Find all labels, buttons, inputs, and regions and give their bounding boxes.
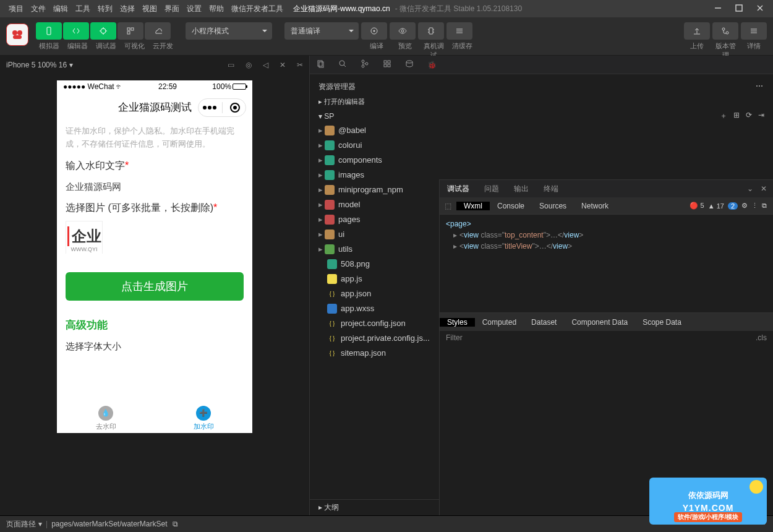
menu-settings[interactable]: 设置 xyxy=(183,4,205,14)
svg-rect-21 xyxy=(384,61,386,63)
menu-help[interactable]: 帮助 xyxy=(205,4,228,14)
record-icon[interactable]: ◎ xyxy=(246,61,252,69)
cloud-button[interactable] xyxy=(145,22,171,40)
menu-wxdevtools[interactable]: 微信开发者工具 xyxy=(228,4,287,14)
tab-output[interactable]: 输出 xyxy=(506,184,536,194)
menu-edit[interactable]: 编辑 xyxy=(49,4,72,14)
tab-add-watermark[interactable]: ➕加水印 xyxy=(155,403,252,433)
svg-point-2 xyxy=(17,30,22,35)
search-icon[interactable] xyxy=(338,59,347,70)
phone-simulator: ●●●●● WeChat ᯤ 22:59 100% 企业猫源码测试 证件加水印，… xyxy=(57,80,252,433)
svg-point-17 xyxy=(340,61,344,66)
svg-rect-7 xyxy=(131,28,134,30)
svg-point-19 xyxy=(362,65,364,67)
preview-button[interactable] xyxy=(390,22,416,40)
toolbar: 模拟器 编辑器 调试器 可视化 云开发 小程序模式 普通编译 编译 预览 真机调… xyxy=(0,17,773,56)
svg-rect-0 xyxy=(736,5,742,11)
mute-icon[interactable]: ✕ xyxy=(280,61,286,69)
mode-select[interactable]: 小程序模式 xyxy=(186,22,272,40)
nav-title: 企业猫源码测试 xyxy=(118,100,192,114)
menu-project[interactable]: 项目 xyxy=(5,4,27,14)
device-icon[interactable]: ▭ xyxy=(228,61,234,69)
compile-button[interactable] xyxy=(361,22,387,40)
minimize-icon[interactable] xyxy=(714,4,722,14)
devtab-wxml[interactable]: Wxml xyxy=(456,202,490,210)
extension-icon[interactable] xyxy=(383,59,391,70)
close-panel-icon[interactable]: ✕ xyxy=(761,184,767,193)
debugger-button[interactable] xyxy=(90,22,116,40)
tab-problems[interactable]: 问题 xyxy=(477,184,506,194)
title-bar: 项目 文件 编辑 工具 转到 选择 视图 界面 设置 帮助 微信开发者工具 企业… xyxy=(0,0,773,17)
tab-debugger[interactable]: 调试器 xyxy=(440,184,477,194)
tab-terminal[interactable]: 终端 xyxy=(536,184,566,194)
styletab-styles[interactable]: Styles xyxy=(440,318,475,327)
capsule-menu[interactable] xyxy=(198,98,246,117)
copy-path-icon[interactable]: ⧉ xyxy=(173,520,178,528)
editor-button[interactable] xyxy=(63,22,89,40)
tab-remove-watermark[interactable]: 💧去水印 xyxy=(57,403,155,433)
styletab-dataset[interactable]: Dataset xyxy=(524,318,564,327)
menu-view[interactable]: 视图 xyxy=(139,4,161,14)
page-route[interactable]: pages/waterMarkSet/waterMarkSet xyxy=(51,520,167,528)
styletab-compdata[interactable]: Component Data xyxy=(564,318,635,327)
error-badge[interactable]: 🔴 5 xyxy=(690,202,704,210)
git-icon[interactable] xyxy=(361,59,369,70)
collapse-panel-icon[interactable]: ⌄ xyxy=(747,184,753,193)
inspect-icon[interactable]: ⬚ xyxy=(440,202,456,210)
menu-select[interactable]: 选择 xyxy=(116,4,139,14)
menu-file[interactable]: 文件 xyxy=(27,4,49,14)
details-button[interactable] xyxy=(741,22,767,40)
folder-@babel[interactable]: ▸@babel xyxy=(310,123,773,138)
devtools-more-icon[interactable]: ⋮ xyxy=(751,202,758,210)
collapse-icon[interactable]: ⇥ xyxy=(758,111,764,121)
open-editors-section[interactable]: ▸ 打开的编辑器 xyxy=(310,95,773,109)
styletab-computed[interactable]: Computed xyxy=(475,318,524,327)
maximize-icon[interactable] xyxy=(735,4,743,14)
cut-icon[interactable]: ✂ xyxy=(297,61,303,69)
remote-debug-button[interactable] xyxy=(418,22,444,40)
warning-badge[interactable]: ▲ 17 xyxy=(708,202,724,210)
close-icon[interactable] xyxy=(756,4,764,14)
visual-button[interactable] xyxy=(117,22,143,40)
version-button[interactable] xyxy=(712,22,738,40)
project-title: 企业猫源码网-www.qymao.cn xyxy=(293,4,390,14)
devtools-settings-icon[interactable]: ⚙ xyxy=(741,202,748,210)
label-simulator: 模拟器 xyxy=(36,41,62,51)
share-icon[interactable]: ◁ xyxy=(263,61,268,69)
explorer-title: 资源管理器 xyxy=(318,82,356,91)
generate-button[interactable]: 点击生成图片 xyxy=(66,272,244,301)
info-badge[interactable]: 2 xyxy=(728,202,738,210)
watermark-overlay: 依依源码网 Y1YM.COM 软件/游戏/小程序/模块 xyxy=(649,478,767,525)
explorer-more-icon[interactable]: ⋯ xyxy=(756,82,764,90)
clear-cache-button[interactable] xyxy=(446,22,472,40)
cls-toggle[interactable]: .cls xyxy=(756,333,767,342)
styles-filter-input[interactable]: Filter xyxy=(446,333,463,342)
files-icon[interactable] xyxy=(316,59,325,70)
new-folder-icon[interactable]: ⊞ xyxy=(733,111,740,121)
folder-colorui[interactable]: ▸colorui xyxy=(310,138,773,153)
watermark-value[interactable]: 企业猫源码网 xyxy=(66,181,244,193)
upload-button[interactable] xyxy=(684,22,710,40)
menu-interface[interactable]: 界面 xyxy=(161,4,183,14)
plugin-icon[interactable]: 🐞 xyxy=(427,61,437,69)
devtab-network[interactable]: Network xyxy=(574,202,616,210)
menu-tools[interactable]: 工具 xyxy=(72,4,94,14)
project-root[interactable]: ▾ SP ＋ ⊞ ⟳ ⇥ xyxy=(310,109,773,123)
devtab-sources[interactable]: Sources xyxy=(532,202,574,210)
simulator-device-info[interactable]: iPhone 5 100% 16 xyxy=(6,61,67,69)
menu-go[interactable]: 转到 xyxy=(94,4,116,14)
dock-icon[interactable]: ⧉ xyxy=(762,202,767,210)
svg-rect-4 xyxy=(47,27,51,35)
styletab-scopedata[interactable]: Scope Data xyxy=(635,318,689,327)
watermark-label: 输入水印文字* xyxy=(66,160,244,173)
compile-select[interactable]: 普通编译 xyxy=(284,22,359,40)
new-file-icon[interactable]: ＋ xyxy=(720,111,727,121)
image-thumb[interactable]: 企业 WWW.QYI xyxy=(66,221,103,254)
simulator-button[interactable] xyxy=(36,22,62,40)
refresh-icon[interactable]: ⟳ xyxy=(746,111,752,121)
dom-tree[interactable]: <page> ▸<view class="top_content">…</vie… xyxy=(440,215,773,255)
devtab-console[interactable]: Console xyxy=(490,202,532,210)
folder-components[interactable]: ▸components xyxy=(310,153,773,168)
page-route-label: 页面路径 xyxy=(6,519,36,530)
db-icon[interactable] xyxy=(405,59,414,70)
